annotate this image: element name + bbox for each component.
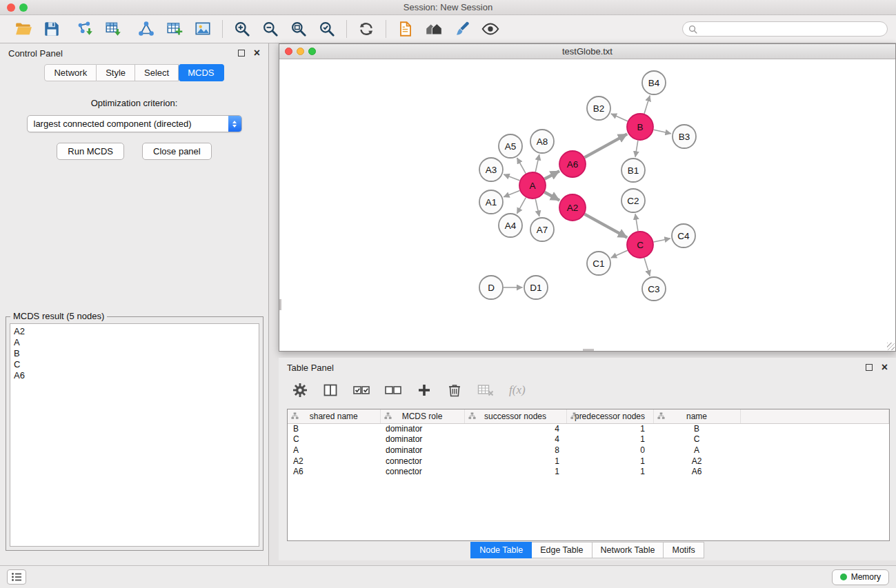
table-row[interactable]: B dominator 4 1 B	[288, 423, 889, 434]
tab-network-table[interactable]: Network Table	[593, 542, 664, 558]
window-resize-grip[interactable]	[887, 343, 895, 350]
cell-successor-nodes[interactable]: 1	[464, 466, 566, 477]
cell-shared-name[interactable]: C	[288, 434, 380, 445]
network-canvas-svg[interactable]: B4B2BB3A5A8A6B1A3AA1C2A2A4A7C4C1CC3DD1	[279, 59, 895, 351]
table-settings-button[interactable]	[291, 381, 309, 399]
edge-A2-C[interactable]	[585, 214, 628, 238]
edge-C-C3[interactable]	[644, 258, 650, 276]
tab-motifs[interactable]: Motifs	[664, 542, 704, 558]
show-columns-button[interactable]	[321, 381, 339, 399]
delete-column-button[interactable]	[446, 381, 464, 399]
column-header-mcds-role[interactable]: MCDS role	[380, 409, 464, 423]
table-row[interactable]: A dominator 8 0 A	[288, 445, 889, 456]
cell-predecessor-nodes[interactable]: 0	[566, 445, 653, 456]
network-canvas[interactable]: B4B2BB3A5A8A6B1A3AA1C2A2A4A7C4C1CC3DD1	[279, 59, 895, 351]
column-header-shared-name[interactable]: shared name	[288, 409, 380, 423]
show-hide-button[interactable]	[479, 18, 501, 40]
zoom-window-button[interactable]	[19, 3, 28, 12]
zoom-fit-button[interactable]	[288, 18, 310, 40]
window-titlebar[interactable]: Session: New Session	[0, 0, 896, 15]
cell-successor-nodes[interactable]: 4	[464, 423, 566, 434]
cell-name[interactable]: C	[653, 434, 740, 445]
table-row[interactable]: C dominator 4 1 C	[288, 434, 889, 445]
edge-A-A3[interactable]	[504, 174, 519, 181]
edge-C-C2[interactable]	[635, 214, 638, 231]
cell-name[interactable]: A	[653, 445, 740, 456]
edge-B-B1[interactable]	[635, 141, 638, 157]
tab-network[interactable]: Network	[44, 64, 97, 81]
export-image-button[interactable]	[192, 18, 214, 40]
cell-shared-name[interactable]: B	[288, 423, 380, 434]
result-item[interactable]: A6	[14, 370, 255, 381]
close-table-panel-icon[interactable]: ×	[882, 364, 888, 371]
edge-A-A7[interactable]	[535, 199, 539, 216]
open-session-button[interactable]	[12, 18, 34, 40]
zoom-selected-button[interactable]	[316, 18, 338, 40]
tab-style[interactable]: Style	[97, 64, 135, 81]
style-brush-button[interactable]	[451, 18, 473, 40]
mcds-result-list[interactable]: A2 A B C A6	[10, 323, 259, 547]
tab-node-table[interactable]: Node Table	[470, 542, 532, 558]
edge-A-A2[interactable]	[545, 192, 560, 201]
table-row[interactable]: A6 connector 1 1 A6	[288, 466, 889, 477]
cell-mcds-role[interactable]: dominator	[380, 445, 464, 456]
new-table-button[interactable]	[163, 18, 186, 40]
cell-successor-nodes[interactable]: 8	[464, 445, 566, 456]
new-network-button[interactable]	[135, 18, 157, 40]
cell-mcds-role[interactable]: dominator	[380, 434, 464, 445]
command-panel-button[interactable]	[395, 18, 417, 40]
vertical-scroll-stub[interactable]	[279, 299, 281, 310]
save-session-button[interactable]	[41, 18, 63, 40]
zoom-in-button[interactable]	[231, 18, 253, 40]
edge-A-A6[interactable]	[545, 171, 559, 179]
column-header-name[interactable]: name	[653, 409, 740, 423]
edge-C-C4[interactable]	[654, 239, 670, 242]
cell-mcds-role[interactable]: connector	[380, 456, 464, 467]
result-item[interactable]: B	[14, 348, 255, 359]
function-builder-button[interactable]: f(x)	[509, 383, 526, 397]
network-window-titlebar[interactable]: testGlobe.txt	[279, 44, 895, 59]
add-column-button[interactable]	[415, 381, 433, 399]
float-table-panel-icon[interactable]	[866, 364, 873, 371]
cell-predecessor-nodes[interactable]: 1	[566, 466, 653, 477]
network-close-button[interactable]	[285, 48, 292, 55]
refresh-button[interactable]	[355, 18, 377, 40]
tab-edge-table[interactable]: Edge Table	[532, 542, 592, 558]
cell-shared-name[interactable]: A2	[288, 456, 380, 467]
cell-successor-nodes[interactable]: 1	[464, 456, 566, 467]
horizontal-scroll-stub[interactable]	[583, 349, 594, 351]
float-panel-icon[interactable]	[238, 50, 245, 57]
cell-predecessor-nodes[interactable]: 1	[566, 456, 653, 467]
table-row[interactable]: A2 connector 1 1 A2	[288, 456, 889, 467]
cell-shared-name[interactable]: A6	[288, 466, 380, 477]
result-item[interactable]: A2	[14, 326, 255, 337]
cell-successor-nodes[interactable]: 4	[464, 434, 566, 445]
deselect-all-button[interactable]	[384, 381, 403, 399]
cell-mcds-role[interactable]: connector	[380, 466, 464, 477]
edge-C-C1[interactable]	[611, 250, 628, 258]
edge-A-A8[interactable]	[535, 154, 539, 172]
search-field[interactable]	[682, 21, 888, 37]
cell-predecessor-nodes[interactable]: 1	[566, 423, 653, 434]
select-all-button[interactable]	[352, 381, 371, 399]
cell-name[interactable]: A2	[653, 456, 740, 467]
network-minimize-button[interactable]	[297, 48, 304, 55]
edge-B-B2[interactable]	[611, 114, 628, 121]
import-network-button[interactable]	[74, 18, 96, 40]
edge-A-A4[interactable]	[517, 198, 526, 214]
criterion-dropdown[interactable]: largest connected component (directed)	[27, 115, 242, 132]
cell-name[interactable]: A6	[653, 466, 740, 477]
tab-select[interactable]: Select	[135, 64, 179, 81]
close-mcds-panel-button[interactable]: Close panel	[142, 143, 212, 160]
memory-button[interactable]: Memory	[832, 569, 889, 585]
delete-table-button[interactable]	[476, 381, 495, 399]
show-panels-button[interactable]	[7, 569, 26, 585]
run-mcds-button[interactable]: Run MCDS	[57, 143, 124, 160]
import-table-button[interactable]	[102, 18, 124, 40]
close-panel-icon[interactable]: ×	[254, 50, 260, 57]
result-item[interactable]: C	[14, 359, 255, 370]
edge-A-A5[interactable]	[517, 158, 526, 174]
edge-B-B4[interactable]	[644, 96, 650, 114]
tab-mcds[interactable]: MCDS	[179, 64, 223, 81]
column-header-successor-nodes[interactable]: successor nodes	[464, 409, 566, 423]
